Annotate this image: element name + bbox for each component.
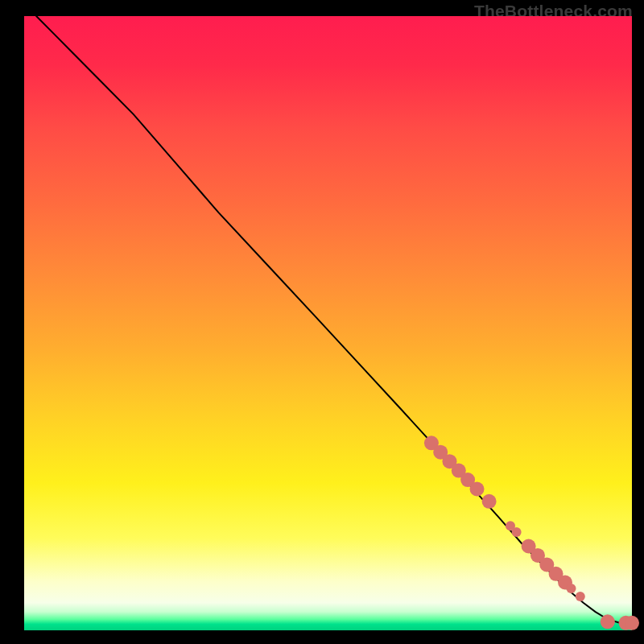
data-point — [470, 482, 485, 497]
chart-svg — [24, 16, 632, 630]
data-point — [601, 614, 615, 629]
data-point — [567, 584, 576, 593]
data-point — [625, 616, 639, 630]
data-point — [576, 592, 585, 601]
data-point — [482, 494, 497, 509]
curve-line — [36, 16, 632, 623]
chart-container: TheBottleneck.com — [0, 0, 644, 644]
plot-area — [24, 16, 632, 630]
marker-group — [424, 436, 639, 630]
data-point — [512, 527, 522, 537]
